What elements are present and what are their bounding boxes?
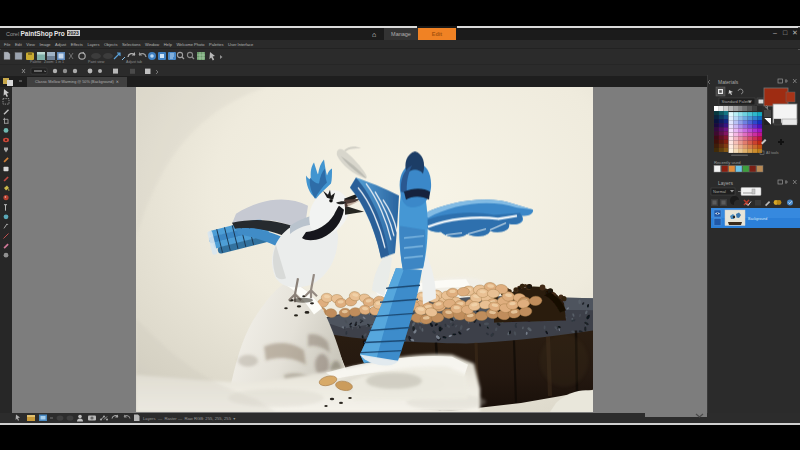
svg-text:Recently used: Recently used (714, 160, 741, 165)
svg-text:Layers: Layers (718, 180, 734, 186)
svg-text:Normal: Normal (713, 189, 726, 194)
svg-text:Standard Palette: Standard Palette (722, 99, 753, 104)
svg-text:All tools: All tools (766, 151, 779, 155)
svg-text:Layers — Raster — Raw RGB:: Layers — Raster — Raw RGB: 255, 255, 255… (143, 416, 236, 421)
svg-text:Background: Background (748, 217, 767, 221)
svg-text:Materials: Materials (718, 79, 739, 85)
